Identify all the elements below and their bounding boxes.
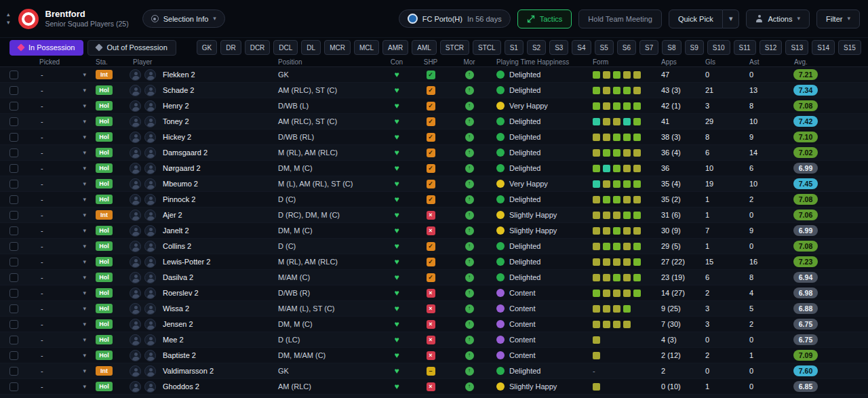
position-filter-s13[interactable]: S13	[785, 40, 808, 55]
table-row[interactable]: -▾HolGhoddos 2AM (RLC)♥×↑Slightly Happy0…	[0, 379, 868, 395]
row-checkbox[interactable]	[9, 242, 18, 251]
row-checkbox[interactable]	[9, 195, 18, 204]
row-checkbox[interactable]	[9, 273, 18, 282]
position-filter-s7[interactable]: S7	[639, 40, 658, 55]
position-filter-dl[interactable]: DL	[301, 40, 321, 55]
player-name[interactable]: Dasilva 2	[160, 273, 274, 281]
picked-dropdown[interactable]: -▾	[33, 148, 92, 157]
table-row[interactable]: -▾HolDasilva 2M/AM (C)♥✓↑Delighted23 (19…	[0, 270, 868, 285]
actions-button[interactable]: Actions ▾	[746, 9, 810, 28]
position-filter-dcr[interactable]: DCR	[245, 40, 271, 55]
next-match-pill[interactable]: FC Porto(H) In 56 days	[399, 9, 511, 28]
row-checkbox[interactable]	[9, 304, 18, 313]
position-filter-s11[interactable]: S11	[734, 40, 756, 55]
table-row[interactable]: -▾HolLewis-Potter 2M (RL), AM (RLC)♥✓↑De…	[0, 254, 868, 270]
row-checkbox[interactable]	[9, 320, 18, 329]
row-checkbox[interactable]	[9, 351, 18, 360]
row-checkbox[interactable]	[9, 367, 18, 376]
player-name[interactable]: Schade 2	[160, 86, 274, 94]
player-name[interactable]: Lewis-Potter 2	[160, 258, 274, 266]
player-name[interactable]: Hickey 2	[160, 133, 274, 141]
position-filter-s1[interactable]: S1	[505, 40, 524, 55]
table-row[interactable]: -▾HolRoerslev 2D/WB (R)♥×↑Content14 (27)…	[0, 285, 868, 301]
row-checkbox[interactable]	[9, 117, 18, 126]
row-checkbox[interactable]	[9, 258, 18, 266]
position-filter-s12[interactable]: S12	[760, 40, 783, 55]
column-header-apps[interactable]: Apps	[652, 58, 696, 66]
position-filter-dr[interactable]: DR	[220, 40, 241, 55]
table-row[interactable]: -▾HolToney 2AM (RLC), ST (C)♥✓↑Delighted…	[0, 114, 868, 130]
chevron-up-icon[interactable]: ▴	[7, 12, 10, 18]
quick-pick-dropdown[interactable]: ▾	[723, 9, 740, 28]
player-name[interactable]: Mbeumo 2	[160, 180, 274, 188]
selection-info-dropdown[interactable]: Selection Info ▾	[142, 9, 225, 28]
position-filter-stcr[interactable]: STCR	[440, 40, 469, 55]
column-header-form[interactable]: Form	[587, 58, 652, 66]
position-filter-gk[interactable]: GK	[197, 40, 217, 55]
picked-dropdown[interactable]: -▾	[33, 226, 92, 235]
player-name[interactable]: Jensen 2	[160, 320, 274, 328]
player-name[interactable]: Valdimarsson 2	[160, 367, 274, 375]
filter-button[interactable]: Filter ▾	[816, 9, 860, 28]
picked-dropdown[interactable]: -▾	[33, 195, 92, 203]
position-filter-aml[interactable]: AML	[412, 40, 437, 55]
table-row[interactable]: -▾HolWissa 2M/AM (L), ST (C)♥×↑Content9 …	[0, 301, 868, 317]
position-filter-amr[interactable]: AMR	[382, 40, 408, 55]
table-row[interactable]: -▾HolMee 2D (LC)♥×↑Content4 (3)006.75	[0, 332, 868, 348]
picked-dropdown[interactable]: -▾	[33, 382, 92, 391]
table-row[interactable]: -▾HolJensen 2DM, M (C)♥×↑Content7 (30)32…	[0, 317, 868, 332]
row-checkbox[interactable]	[9, 86, 18, 95]
picked-dropdown[interactable]: -▾	[33, 304, 92, 313]
position-filter-s15[interactable]: S15	[838, 40, 861, 55]
column-header-position[interactable]: Position	[274, 58, 380, 66]
column-header-goals[interactable]: Gls	[696, 58, 741, 66]
row-checkbox[interactable]	[9, 336, 18, 344]
position-filter-s4[interactable]: S4	[572, 40, 591, 55]
chevron-down-icon[interactable]: ▾	[7, 20, 10, 26]
tactics-button[interactable]: Tactics	[517, 9, 572, 28]
player-name[interactable]: Mee 2	[160, 336, 274, 344]
picked-dropdown[interactable]: -▾	[33, 351, 92, 359]
player-name[interactable]: Pinnock 2	[160, 195, 274, 203]
position-filter-s6[interactable]: S6	[617, 40, 636, 55]
picked-dropdown[interactable]: -▾	[33, 71, 92, 79]
column-header-assists[interactable]: Ast	[741, 58, 785, 66]
picked-dropdown[interactable]: -▾	[33, 336, 92, 344]
row-checkbox[interactable]	[9, 211, 18, 220]
column-header-player[interactable]: Player	[122, 58, 274, 66]
table-row[interactable]: -▾HolBaptiste 2DM, M/AM (C)♥×↑Content2 (…	[0, 348, 868, 363]
column-header-picked[interactable]: Picked	[33, 58, 92, 66]
position-filter-mcl[interactable]: MCL	[354, 40, 379, 55]
column-header-average-rating[interactable]: Avg.	[785, 58, 868, 66]
picked-dropdown[interactable]: -▾	[33, 320, 92, 328]
row-checkbox[interactable]	[9, 180, 18, 188]
table-row[interactable]: -▾IntValdimarsson 2GK♥–↑Delighted-2007.6…	[0, 363, 868, 379]
row-checkbox[interactable]	[9, 164, 18, 173]
row-checkbox[interactable]	[9, 102, 18, 111]
position-filter-s5[interactable]: S5	[595, 40, 614, 55]
position-filter-mcr[interactable]: MCR	[324, 40, 351, 55]
picked-dropdown[interactable]: -▾	[33, 133, 92, 141]
table-row[interactable]: -▾HolSchade 2AM (RLC), ST (C)♥✓↑Delighte…	[0, 83, 868, 98]
column-header-playing-time-happiness[interactable]: Playing Time Happiness	[491, 58, 587, 66]
table-row[interactable]: -▾IntFlekken 2GK♥✓↑Delighted47007.21	[0, 67, 868, 83]
column-header-status[interactable]: Sta.	[92, 58, 122, 66]
row-checkbox[interactable]	[9, 148, 18, 157]
picked-dropdown[interactable]: -▾	[33, 102, 92, 110]
position-filter-s10[interactable]: S10	[707, 40, 730, 55]
row-checkbox[interactable]	[9, 289, 18, 298]
column-header-shp[interactable]: SHP	[414, 58, 448, 66]
player-name[interactable]: Wissa 2	[160, 304, 274, 313]
player-name[interactable]: Ghoddos 2	[160, 382, 274, 391]
table-row[interactable]: -▾	[0, 395, 868, 398]
picked-dropdown[interactable]: -▾	[33, 273, 92, 281]
player-name[interactable]: Flekken 2	[160, 71, 274, 79]
player-name[interactable]: Ajer 2	[160, 211, 274, 219]
player-name[interactable]: Henry 2	[160, 102, 274, 110]
column-header-morale[interactable]: Mor	[448, 58, 491, 66]
player-name[interactable]: Baptiste 2	[160, 351, 274, 359]
table-row[interactable]: -▾HolMbeumo 2M (L), AM (RL), ST (C)♥✓↑Ve…	[0, 176, 868, 192]
player-name[interactable]: Roerslev 2	[160, 289, 274, 297]
table-row[interactable]: -▾IntAjer 2D (RC), DM, M (C)♥×↑Slightly …	[0, 207, 868, 223]
position-filter-stcl[interactable]: STCL	[473, 40, 501, 55]
